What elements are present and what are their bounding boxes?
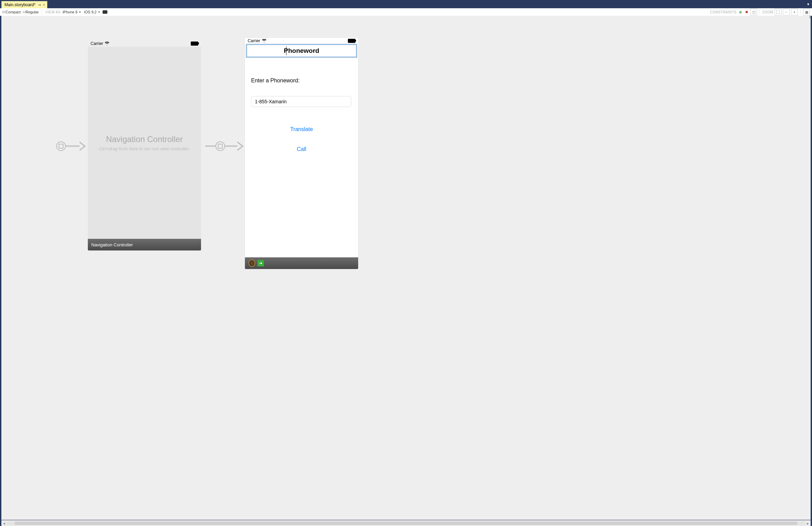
chevron-down-icon: ▼ bbox=[79, 11, 81, 14]
size-class-selector[interactable]: WCompact HRegular bbox=[2, 10, 39, 14]
scene-dock[interactable]: Navigation Controller bbox=[88, 239, 201, 250]
navigation-bar-selected[interactable]: Phoneword bbox=[246, 44, 357, 58]
scroll-right-arrow-icon[interactable]: ► bbox=[805, 521, 811, 526]
navigation-controller-hint: Ctrl+drag from here to set root view con… bbox=[99, 146, 190, 151]
segue-circle-icon bbox=[215, 141, 225, 151]
zoom-fit-button[interactable]: ⛶ bbox=[775, 9, 781, 15]
navigation-controller-title: Navigation Controller bbox=[106, 135, 183, 144]
document-tab-strip: Main.storyboard* ⇥ × ▼ bbox=[0, 1, 812, 8]
constraints-remove-icon[interactable]: ✖ bbox=[744, 10, 749, 14]
constraints-add-icon[interactable]: ⊕ bbox=[738, 10, 743, 14]
phoneword-textfield[interactable]: 1-855-Xamarin bbox=[251, 96, 351, 107]
chevron-down-icon: ▼ bbox=[98, 11, 101, 14]
scene-view-controller[interactable]: Carrier Phoneword Enter a Phoneword: bbox=[245, 38, 358, 269]
scroll-thumb[interactable] bbox=[15, 522, 797, 525]
scroll-track[interactable] bbox=[7, 522, 805, 525]
battery-icon bbox=[348, 39, 355, 43]
navigation-bar-title[interactable]: Phoneword bbox=[284, 47, 319, 55]
wifi-icon bbox=[105, 41, 109, 46]
constraints-frame-button[interactable]: ▢ bbox=[750, 9, 757, 15]
status-bar: Carrier bbox=[245, 38, 358, 44]
designer-toolbar: WCompact HRegular VIEW AS iPhone 6▼ iOS … bbox=[0, 8, 812, 16]
ios-version-dropdown[interactable]: iOS 9.2▼ bbox=[83, 10, 101, 14]
exit-icon[interactable]: ➜ bbox=[257, 260, 264, 267]
constraints-label: CONSTRAINTS bbox=[710, 10, 737, 14]
zoom-label: ZOOM bbox=[762, 10, 773, 14]
scroll-left-arrow-icon[interactable]: ◄ bbox=[1, 521, 7, 526]
carrier-label: Carrier bbox=[248, 38, 260, 43]
close-tab-icon[interactable]: × bbox=[43, 3, 45, 7]
zoom-in-button[interactable]: + bbox=[791, 9, 798, 15]
view-as-label: VIEW AS bbox=[45, 10, 61, 14]
horizontal-scrollbar[interactable]: ◄ ► bbox=[1, 520, 811, 526]
arrow-right-icon bbox=[80, 141, 86, 151]
tab-overflow-caret-icon[interactable]: ▼ bbox=[807, 2, 810, 6]
segue-circle-icon bbox=[56, 141, 66, 151]
entry-point-arrow[interactable] bbox=[56, 141, 86, 151]
root-view-segue-arrow[interactable] bbox=[205, 141, 244, 151]
tab-title: Main.storyboard* bbox=[4, 2, 36, 7]
orientation-landscape-icon[interactable] bbox=[103, 10, 107, 14]
call-button[interactable]: Call bbox=[251, 146, 352, 152]
scene-dock-title: Navigation Controller bbox=[91, 242, 133, 247]
carrier-label: Carrier bbox=[91, 41, 103, 46]
zoom-out-button[interactable]: − bbox=[783, 9, 790, 15]
arrow-right-icon bbox=[237, 141, 244, 151]
navigation-controller-body[interactable]: Navigation Controller Ctrl+drag from her… bbox=[88, 47, 201, 239]
first-responder-icon[interactable] bbox=[248, 260, 255, 267]
device-dropdown[interactable]: iPhone 6▼ bbox=[62, 10, 82, 14]
pan-button[interactable]: ▦ bbox=[803, 9, 810, 15]
pin-tab-icon[interactable]: ⇥ bbox=[38, 3, 41, 7]
translate-button[interactable]: Translate bbox=[251, 126, 352, 132]
view-controller-body[interactable]: Enter a Phoneword: 1-855-Xamarin Transla… bbox=[245, 78, 358, 257]
storyboard-canvas[interactable]: Carrier Navigation Controller Ctrl+drag … bbox=[1, 16, 811, 520]
phoneword-prompt-label[interactable]: Enter a Phoneword: bbox=[251, 78, 352, 84]
scene-navigation-controller[interactable]: Carrier Navigation Controller Ctrl+drag … bbox=[88, 40, 201, 250]
document-tab-main-storyboard[interactable]: Main.storyboard* ⇥ × bbox=[1, 1, 47, 8]
wifi-icon bbox=[262, 38, 267, 44]
text-caret bbox=[286, 46, 286, 55]
battery-icon bbox=[191, 42, 198, 46]
scene-dock[interactable]: ➜ bbox=[245, 257, 358, 269]
status-bar: Carrier bbox=[88, 40, 201, 47]
